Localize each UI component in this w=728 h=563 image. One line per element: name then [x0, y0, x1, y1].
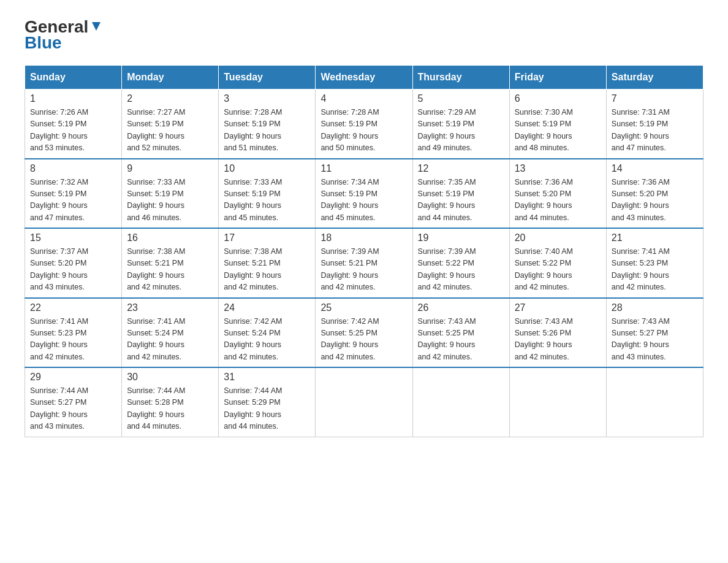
day-info: Sunrise: 7:34 AM Sunset: 5:19 PM Dayligh… — [320, 177, 407, 224]
day-number: 21 — [612, 232, 698, 243]
day-number: 25 — [320, 302, 407, 313]
weekday-header: Saturday — [606, 66, 703, 90]
calendar-cell: 16 Sunrise: 7:38 AM Sunset: 5:21 PM Dayl… — [122, 228, 219, 298]
calendar-cell: 18 Sunrise: 7:39 AM Sunset: 5:21 PM Dayl… — [316, 228, 412, 298]
calendar-cell: 19 Sunrise: 7:39 AM Sunset: 5:22 PM Dayl… — [412, 228, 509, 298]
calendar-cell — [509, 367, 606, 437]
day-number: 11 — [320, 163, 407, 174]
day-number: 7 — [612, 93, 698, 104]
day-info: Sunrise: 7:36 AM Sunset: 5:20 PM Dayligh… — [612, 177, 698, 224]
calendar-cell: 1 Sunrise: 7:26 AM Sunset: 5:19 PM Dayli… — [25, 90, 122, 159]
day-info: Sunrise: 7:33 AM Sunset: 5:19 PM Dayligh… — [127, 177, 213, 224]
day-number: 6 — [515, 93, 601, 104]
calendar-cell: 23 Sunrise: 7:41 AM Sunset: 5:24 PM Dayl… — [122, 298, 219, 368]
calendar-cell: 13 Sunrise: 7:36 AM Sunset: 5:20 PM Dayl… — [509, 159, 606, 229]
calendar-cell: 17 Sunrise: 7:38 AM Sunset: 5:21 PM Dayl… — [219, 228, 316, 298]
calendar-week-row: 29 Sunrise: 7:44 AM Sunset: 5:27 PM Dayl… — [25, 367, 703, 437]
day-number: 12 — [418, 163, 504, 174]
day-info: Sunrise: 7:38 AM Sunset: 5:21 PM Dayligh… — [127, 246, 213, 294]
calendar-cell: 9 Sunrise: 7:33 AM Sunset: 5:19 PM Dayli… — [122, 159, 219, 229]
calendar-cell: 25 Sunrise: 7:42 AM Sunset: 5:25 PM Dayl… — [316, 298, 412, 368]
calendar-cell: 6 Sunrise: 7:30 AM Sunset: 5:19 PM Dayli… — [509, 90, 606, 159]
day-number: 18 — [320, 232, 407, 243]
calendar-cell: 12 Sunrise: 7:35 AM Sunset: 5:19 PM Dayl… — [412, 159, 509, 229]
day-number: 27 — [515, 302, 601, 313]
day-number: 16 — [127, 232, 213, 243]
day-info: Sunrise: 7:35 AM Sunset: 5:19 PM Dayligh… — [418, 177, 504, 224]
day-info: Sunrise: 7:37 AM Sunset: 5:20 PM Dayligh… — [30, 246, 116, 294]
day-number: 5 — [418, 93, 504, 104]
calendar-cell: 20 Sunrise: 7:40 AM Sunset: 5:22 PM Dayl… — [509, 228, 606, 298]
day-number: 29 — [30, 372, 116, 383]
calendar-cell: 22 Sunrise: 7:41 AM Sunset: 5:23 PM Dayl… — [25, 298, 122, 368]
weekday-header: Thursday — [412, 66, 509, 90]
day-info: Sunrise: 7:41 AM Sunset: 5:23 PM Dayligh… — [30, 316, 116, 364]
calendar-cell: 29 Sunrise: 7:44 AM Sunset: 5:27 PM Dayl… — [25, 367, 122, 437]
day-number: 15 — [30, 232, 116, 243]
day-number: 31 — [224, 372, 310, 383]
day-info: Sunrise: 7:43 AM Sunset: 5:26 PM Dayligh… — [515, 316, 601, 364]
day-info: Sunrise: 7:32 AM Sunset: 5:19 PM Dayligh… — [30, 177, 116, 224]
day-info: Sunrise: 7:44 AM Sunset: 5:28 PM Dayligh… — [127, 385, 213, 433]
day-number: 23 — [127, 302, 213, 313]
day-info: Sunrise: 7:40 AM Sunset: 5:22 PM Dayligh… — [515, 246, 601, 294]
day-number: 22 — [30, 302, 116, 313]
day-info: Sunrise: 7:42 AM Sunset: 5:24 PM Dayligh… — [224, 316, 310, 364]
day-info: Sunrise: 7:43 AM Sunset: 5:25 PM Dayligh… — [418, 316, 504, 364]
calendar-cell: 30 Sunrise: 7:44 AM Sunset: 5:28 PM Dayl… — [122, 367, 219, 437]
svg-marker-0 — [92, 22, 100, 31]
calendar-week-row: 1 Sunrise: 7:26 AM Sunset: 5:19 PM Dayli… — [25, 90, 703, 159]
calendar-cell: 11 Sunrise: 7:34 AM Sunset: 5:19 PM Dayl… — [316, 159, 412, 229]
day-info: Sunrise: 7:29 AM Sunset: 5:19 PM Dayligh… — [418, 107, 504, 155]
calendar-table: SundayMondayTuesdayWednesdayThursdayFrid… — [25, 65, 703, 437]
calendar-cell: 26 Sunrise: 7:43 AM Sunset: 5:25 PM Dayl… — [412, 298, 509, 368]
calendar-cell: 7 Sunrise: 7:31 AM Sunset: 5:19 PM Dayli… — [606, 90, 703, 159]
day-info: Sunrise: 7:41 AM Sunset: 5:24 PM Dayligh… — [127, 316, 213, 364]
calendar-cell: 3 Sunrise: 7:28 AM Sunset: 5:19 PM Dayli… — [219, 90, 316, 159]
calendar-cell — [412, 367, 509, 437]
calendar-cell: 31 Sunrise: 7:44 AM Sunset: 5:29 PM Dayl… — [219, 367, 316, 437]
calendar-body: 1 Sunrise: 7:26 AM Sunset: 5:19 PM Dayli… — [25, 90, 703, 437]
day-info: Sunrise: 7:26 AM Sunset: 5:19 PM Dayligh… — [30, 107, 116, 155]
day-info: Sunrise: 7:39 AM Sunset: 5:21 PM Dayligh… — [320, 246, 407, 294]
logo-blue: Blue — [25, 33, 62, 53]
logo-arrow-icon — [89, 20, 103, 33]
day-number: 19 — [418, 232, 504, 243]
day-number: 24 — [224, 302, 310, 313]
day-info: Sunrise: 7:30 AM Sunset: 5:19 PM Dayligh… — [515, 107, 601, 155]
day-info: Sunrise: 7:28 AM Sunset: 5:19 PM Dayligh… — [224, 107, 310, 155]
day-info: Sunrise: 7:43 AM Sunset: 5:27 PM Dayligh… — [612, 316, 698, 364]
calendar-cell: 28 Sunrise: 7:43 AM Sunset: 5:27 PM Dayl… — [606, 298, 703, 368]
day-info: Sunrise: 7:31 AM Sunset: 5:19 PM Dayligh… — [612, 107, 698, 155]
calendar-cell: 2 Sunrise: 7:27 AM Sunset: 5:19 PM Dayli… — [122, 90, 219, 159]
calendar-week-row: 22 Sunrise: 7:41 AM Sunset: 5:23 PM Dayl… — [25, 298, 703, 368]
day-info: Sunrise: 7:44 AM Sunset: 5:29 PM Dayligh… — [224, 385, 310, 433]
day-number: 2 — [127, 93, 213, 104]
day-info: Sunrise: 7:28 AM Sunset: 5:19 PM Dayligh… — [320, 107, 407, 155]
weekday-header: Monday — [122, 66, 219, 90]
day-info: Sunrise: 7:36 AM Sunset: 5:20 PM Dayligh… — [515, 177, 601, 224]
calendar-cell: 10 Sunrise: 7:33 AM Sunset: 5:19 PM Dayl… — [219, 159, 316, 229]
weekday-header: Wednesday — [316, 66, 412, 90]
day-info: Sunrise: 7:41 AM Sunset: 5:23 PM Dayligh… — [612, 246, 698, 294]
calendar-week-row: 15 Sunrise: 7:37 AM Sunset: 5:20 PM Dayl… — [25, 228, 703, 298]
calendar-cell — [606, 367, 703, 437]
calendar-cell: 4 Sunrise: 7:28 AM Sunset: 5:19 PM Dayli… — [316, 90, 412, 159]
calendar-week-row: 8 Sunrise: 7:32 AM Sunset: 5:19 PM Dayli… — [25, 159, 703, 229]
calendar-cell: 24 Sunrise: 7:42 AM Sunset: 5:24 PM Dayl… — [219, 298, 316, 368]
day-number: 14 — [612, 163, 698, 174]
day-number: 10 — [224, 163, 310, 174]
day-number: 3 — [224, 93, 310, 104]
day-info: Sunrise: 7:27 AM Sunset: 5:19 PM Dayligh… — [127, 107, 213, 155]
weekday-header: Sunday — [25, 66, 122, 90]
weekday-header: Friday — [509, 66, 606, 90]
day-info: Sunrise: 7:42 AM Sunset: 5:25 PM Dayligh… — [320, 316, 407, 364]
day-number: 13 — [515, 163, 601, 174]
calendar-cell: 15 Sunrise: 7:37 AM Sunset: 5:20 PM Dayl… — [25, 228, 122, 298]
day-number: 4 — [320, 93, 407, 104]
day-number: 28 — [612, 302, 698, 313]
day-number: 30 — [127, 372, 213, 383]
page-header: General Blue — [25, 18, 703, 53]
day-number: 9 — [127, 163, 213, 174]
day-info: Sunrise: 7:33 AM Sunset: 5:19 PM Dayligh… — [224, 177, 310, 224]
